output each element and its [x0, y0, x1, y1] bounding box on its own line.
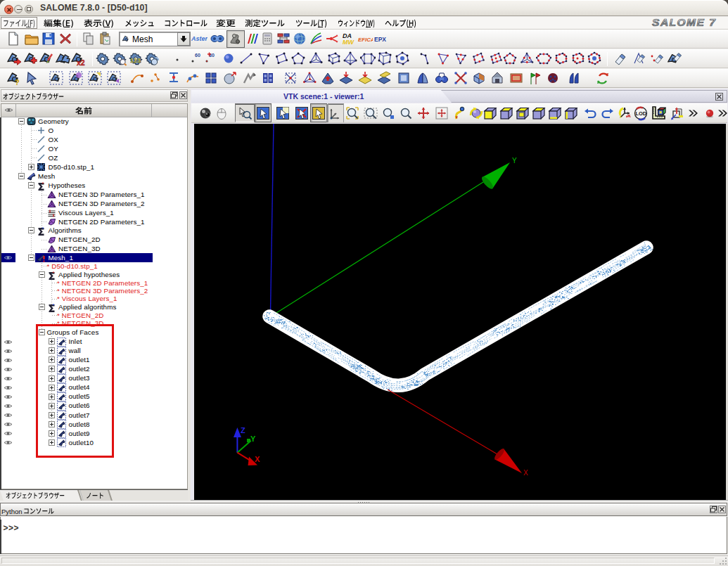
- svg-text:MW: MW: [343, 39, 355, 46]
- svg-text:Y: Y: [512, 157, 517, 165]
- svg-text:80: 80: [209, 53, 215, 58]
- svg-text:LOD: LOD: [635, 110, 646, 117]
- svg-text:?: ?: [15, 78, 20, 86]
- svg-text:EFICAS: EFICAS: [358, 37, 373, 43]
- svg-text:Z: Z: [241, 426, 245, 435]
- svg-text:Y: Y: [250, 435, 256, 443]
- svg-text:x2: x2: [77, 58, 85, 66]
- svg-text:X: X: [255, 455, 260, 463]
- svg-text:Aster: Aster: [191, 35, 207, 42]
- svg-text:123: 123: [130, 57, 141, 64]
- svg-text:X: X: [523, 469, 528, 477]
- svg-text:SALOME 7: SALOME 7: [652, 17, 716, 29]
- svg-text:60: 60: [195, 53, 200, 58]
- svg-text:EPX: EPX: [374, 36, 386, 43]
